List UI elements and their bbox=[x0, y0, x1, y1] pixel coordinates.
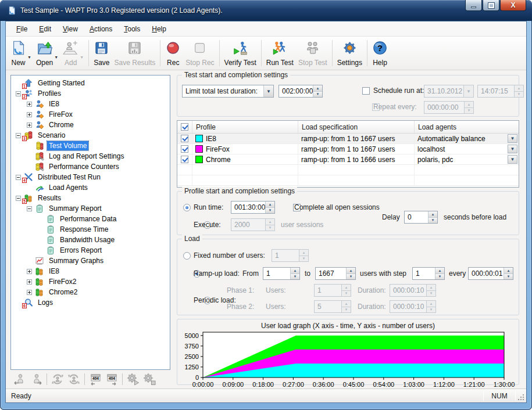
repeat-spinner[interactable]: 000:00:00 ▲▼ bbox=[424, 101, 474, 114]
tree-item-response-time[interactable]: Response Time bbox=[12, 224, 169, 235]
to-spinner[interactable]: 1667 ▲▼ bbox=[315, 267, 356, 280]
tree-expander-minus[interactable] bbox=[16, 196, 21, 201]
toolbar-settings-button[interactable]: Settings bbox=[335, 38, 365, 69]
minimize-button[interactable] bbox=[465, 0, 482, 11]
resize-grip[interactable] bbox=[516, 389, 526, 402]
tree-item-profiles[interactable]: 2Profiles bbox=[12, 88, 169, 99]
spin-up-icon[interactable]: ▲ bbox=[313, 85, 322, 91]
tree-item-chrome[interactable]: Chrome bbox=[12, 120, 169, 130]
schedule-date-combobox[interactable]: 31.10.2012 ▼ bbox=[424, 85, 474, 98]
phase2-duration-spinner[interactable]: 000:00:10 ▲▼ bbox=[390, 300, 436, 313]
tree-item-scenario[interactable]: 3Scenario bbox=[12, 130, 169, 141]
column-header-load-specification[interactable]: Load specification bbox=[298, 121, 415, 133]
tree-expander-plus[interactable] bbox=[27, 269, 32, 274]
fixed-users-spinner[interactable]: 1 ▲▼ bbox=[272, 249, 309, 262]
load-agents-dropdown-button[interactable]: ▼ bbox=[508, 134, 517, 143]
tree-expander-minus[interactable] bbox=[16, 175, 21, 180]
tree-item-firefox2[interactable]: FireFox2 bbox=[12, 276, 169, 287]
phase1-users-spinner[interactable]: 1 ▲▼ bbox=[314, 284, 351, 297]
tree-item-summary-graphs[interactable]: Summary Graphs bbox=[12, 256, 169, 266]
tree-item-logs[interactable]: 6Logs bbox=[12, 297, 169, 308]
tree-item-errors-report[interactable]: Errors Report bbox=[12, 245, 169, 256]
profile-row-ie8[interactable]: IE8ramp-up: from 1 to 1667 usersAutomati… bbox=[177, 134, 519, 144]
load-agents-cell[interactable]: localhost▼ bbox=[415, 144, 519, 154]
close-button[interactable]: X bbox=[500, 0, 526, 11]
dropdown-arrow-icon[interactable]: ▼ bbox=[27, 55, 31, 59]
step-spinner[interactable]: 1 ▲▼ bbox=[412, 267, 445, 280]
dropdown-arrow-icon[interactable]: ▼ bbox=[80, 55, 84, 59]
toolbar-help-button[interactable]: ?Help bbox=[370, 38, 390, 69]
tree-expander-plus[interactable] bbox=[27, 102, 32, 107]
combo-arrow-icon[interactable]: ▼ bbox=[263, 85, 273, 97]
profile-row-firefox[interactable]: FireFoxramp-up: from 1 to 1667 usersloca… bbox=[177, 144, 519, 154]
select-all-checkbox[interactable] bbox=[181, 123, 188, 131]
fixed-users-radio[interactable] bbox=[183, 252, 191, 260]
recycle-users-left-button[interactable] bbox=[49, 372, 66, 386]
gear-run-button[interactable] bbox=[125, 372, 141, 386]
duration-spinner[interactable]: 002:00:00 ▲▼ bbox=[279, 85, 323, 98]
tree-item-log-and-report-settings[interactable]: Log and Report Settings bbox=[12, 151, 169, 161]
run-time-radio[interactable] bbox=[183, 204, 191, 211]
maximize-button[interactable] bbox=[483, 0, 499, 11]
column-header-load-agents[interactable]: Load agents bbox=[415, 121, 519, 133]
menu-view[interactable]: View bbox=[57, 22, 84, 36]
toolbar-save-results-button[interactable]: Save Results bbox=[112, 38, 158, 69]
tree-expander-minus[interactable] bbox=[27, 206, 32, 211]
duration-mode-combobox[interactable]: Limit total test duration: ▼ bbox=[182, 85, 274, 98]
tree-item-test-volume[interactable]: Test Volume bbox=[12, 141, 169, 151]
load-agents-dropdown-button[interactable]: ▼ bbox=[508, 145, 517, 153]
phase1-duration-spinner[interactable]: 000:00:10 ▲▼ bbox=[390, 284, 436, 297]
profile-enabled-checkbox[interactable] bbox=[181, 156, 188, 163]
every-spinner[interactable]: 000:00:01 ▲▼ bbox=[468, 267, 513, 280]
tree-item-ie8[interactable]: IE8 bbox=[12, 266, 169, 276]
error-pages-left-button[interactable]: 404 bbox=[87, 372, 103, 386]
menu-file[interactable]: File bbox=[10, 22, 33, 36]
load-agents-cell[interactable]: polaris, pdc▼ bbox=[415, 154, 519, 164]
tree-item-performance-counters[interactable]: Performance Counters bbox=[12, 161, 169, 172]
toolbar-new-button[interactable]: New▼ bbox=[8, 38, 34, 69]
tree-expander-plus[interactable] bbox=[27, 112, 32, 117]
phase2-users-spinner[interactable]: 5 ▲▼ bbox=[314, 300, 351, 313]
profile-row-chrome[interactable]: Chromeramp-up: from 1 to 1666 userspolar… bbox=[177, 154, 519, 165]
tree-item-results[interactable]: 5Results bbox=[12, 193, 169, 203]
tree-expander-plus[interactable] bbox=[27, 279, 32, 285]
delay-spinner[interactable]: 0 ▲▼ bbox=[404, 211, 438, 224]
profile-enabled-checkbox[interactable] bbox=[181, 145, 188, 153]
schedule-checkbox[interactable] bbox=[362, 87, 370, 95]
load-agents-cell[interactable]: Automatically balance▼ bbox=[415, 134, 519, 143]
error-pages-right-button[interactable]: 404 bbox=[103, 372, 120, 386]
toolbar-stop-test-button[interactable]: Stop Test bbox=[296, 38, 330, 69]
tree-item-bandwidth-usage[interactable]: Bandwidth Usage bbox=[12, 235, 169, 245]
tree-expander-minus[interactable] bbox=[16, 133, 21, 138]
from-spinner[interactable]: 1 ▲▼ bbox=[263, 267, 300, 280]
toolbar-rec-button[interactable]: Rec bbox=[163, 38, 183, 69]
title-bar[interactable]: Test Sample - WAPT Pro 3.0 Registered ve… bbox=[0, 0, 532, 21]
tree-item-getting-started[interactable]: 1Getting Started bbox=[12, 78, 169, 88]
toolbar-stop-rec-button[interactable]: Stop Rec bbox=[183, 38, 216, 69]
schedule-time-spinner[interactable]: 14:07:15 ▲▼ bbox=[477, 85, 524, 98]
column-header-profile[interactable]: Profile bbox=[192, 121, 298, 133]
gear-stop-button[interactable] bbox=[141, 372, 158, 386]
tree-expander-plus[interactable] bbox=[27, 290, 32, 295]
tree-item-chrome2[interactable]: Chrome2 bbox=[12, 287, 169, 297]
user-arrow-right-button[interactable] bbox=[28, 372, 44, 386]
tree-expander-plus[interactable] bbox=[27, 123, 32, 128]
menu-edit[interactable]: Edit bbox=[33, 22, 57, 36]
tree-item-firefox[interactable]: FireFox bbox=[12, 109, 169, 120]
user-arrow-left-button[interactable] bbox=[12, 372, 28, 386]
menu-actions[interactable]: Actions bbox=[84, 22, 118, 36]
profile-enabled-checkbox[interactable] bbox=[181, 135, 188, 142]
spin-down-icon[interactable]: ▼ bbox=[313, 91, 322, 98]
menu-help[interactable]: Help bbox=[146, 22, 172, 36]
tree-item-summary-report[interactable]: Summary Report bbox=[12, 203, 169, 214]
execute-spinner[interactable]: 2000 ▲▼ bbox=[231, 218, 275, 231]
toolbar-add-button[interactable]: Add▼ bbox=[60, 38, 86, 69]
tree-expander-minus[interactable] bbox=[16, 91, 21, 96]
combo-arrow-icon[interactable]: ▼ bbox=[463, 85, 473, 97]
toolbar-save-button[interactable]: Save bbox=[91, 38, 112, 69]
tree-item-ie8[interactable]: IE8 bbox=[12, 99, 169, 109]
load-agents-dropdown-button[interactable]: ▼ bbox=[508, 155, 517, 164]
tree-item-load-agents[interactable]: Load Agents bbox=[12, 182, 169, 193]
tree-item-performance-data[interactable]: Performance Data bbox=[12, 214, 169, 224]
toolbar-open-button[interactable]: Open▼ bbox=[34, 38, 60, 69]
